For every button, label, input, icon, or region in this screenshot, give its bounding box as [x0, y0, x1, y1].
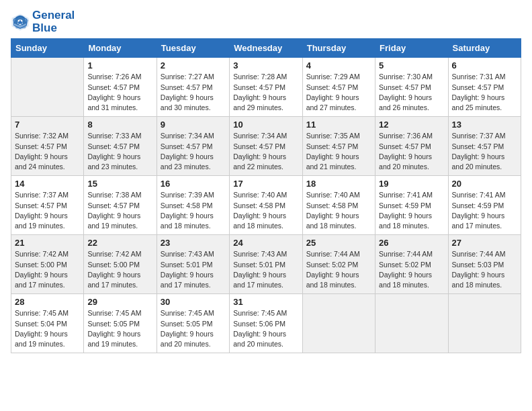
day-info: Sunrise: 7:34 AMSunset: 4:57 PMDaylight:…	[233, 131, 298, 172]
calendar-cell: 24Sunrise: 7:43 AMSunset: 5:01 PMDayligh…	[230, 235, 302, 294]
calendar-cell: 25Sunrise: 7:44 AMSunset: 5:02 PMDayligh…	[302, 235, 375, 294]
day-info: Sunrise: 7:35 AMSunset: 4:57 PMDaylight:…	[306, 131, 371, 172]
weekday-header-saturday: Saturday	[448, 39, 521, 58]
week-row-2: 14Sunrise: 7:37 AMSunset: 4:57 PMDayligh…	[11, 176, 521, 235]
weekday-header-tuesday: Tuesday	[157, 39, 229, 58]
day-number: 24	[233, 238, 298, 248]
day-info: Sunrise: 7:45 AMSunset: 5:06 PMDaylight:…	[233, 308, 298, 349]
day-number: 7	[15, 120, 80, 130]
calendar-cell: 16Sunrise: 7:39 AMSunset: 4:58 PMDayligh…	[157, 176, 229, 235]
calendar-cell: 18Sunrise: 7:40 AMSunset: 4:58 PMDayligh…	[302, 176, 375, 235]
day-number: 26	[379, 238, 444, 248]
calendar-table: SundayMondayTuesdayWednesdayThursdayFrid…	[11, 38, 521, 353]
day-number: 6	[452, 60, 517, 71]
page: General Blue SundayMondayTuesdayWednesda…	[0, 0, 532, 411]
day-info: Sunrise: 7:30 AMSunset: 4:57 PMDaylight:…	[379, 72, 444, 113]
day-info: Sunrise: 7:37 AMSunset: 4:57 PMDaylight:…	[15, 190, 80, 231]
calendar-cell: 5Sunrise: 7:30 AMSunset: 4:57 PMDaylight…	[375, 58, 448, 117]
day-number: 14	[15, 179, 80, 189]
day-number: 20	[452, 179, 517, 189]
calendar-cell: 12Sunrise: 7:36 AMSunset: 4:57 PMDayligh…	[375, 117, 448, 176]
weekday-header-thursday: Thursday	[302, 39, 375, 58]
calendar-cell: 21Sunrise: 7:42 AMSunset: 5:00 PMDayligh…	[11, 235, 84, 294]
day-info: Sunrise: 7:40 AMSunset: 4:58 PMDaylight:…	[306, 190, 371, 231]
calendar-cell: 17Sunrise: 7:40 AMSunset: 4:58 PMDayligh…	[230, 176, 302, 235]
day-number: 4	[306, 60, 371, 71]
calendar-cell: 2Sunrise: 7:27 AMSunset: 4:57 PMDaylight…	[157, 58, 229, 117]
calendar-cell: 3Sunrise: 7:28 AMSunset: 4:57 PMDaylight…	[230, 58, 302, 117]
calendar-cell: 26Sunrise: 7:44 AMSunset: 5:02 PMDayligh…	[375, 235, 448, 294]
day-info: Sunrise: 7:26 AMSunset: 4:57 PMDaylight:…	[87, 72, 152, 113]
day-number: 9	[161, 120, 226, 130]
calendar-cell: 30Sunrise: 7:45 AMSunset: 5:05 PMDayligh…	[157, 294, 229, 353]
logo-icon	[11, 13, 30, 32]
calendar-cell: 19Sunrise: 7:41 AMSunset: 4:59 PMDayligh…	[375, 176, 448, 235]
calendar-cell: 15Sunrise: 7:38 AMSunset: 4:57 PMDayligh…	[84, 176, 157, 235]
calendar-cell	[11, 58, 84, 117]
calendar-cell: 22Sunrise: 7:42 AMSunset: 5:00 PMDayligh…	[84, 235, 157, 294]
day-info: Sunrise: 7:43 AMSunset: 5:01 PMDaylight:…	[233, 249, 298, 290]
weekday-header-row: SundayMondayTuesdayWednesdayThursdayFrid…	[11, 39, 521, 58]
day-info: Sunrise: 7:45 AMSunset: 5:04 PMDaylight:…	[15, 308, 80, 349]
day-info: Sunrise: 7:28 AMSunset: 4:57 PMDaylight:…	[233, 72, 298, 113]
calendar-cell: 20Sunrise: 7:41 AMSunset: 4:59 PMDayligh…	[448, 176, 521, 235]
day-number: 5	[379, 60, 444, 71]
weekday-header-friday: Friday	[375, 39, 448, 58]
day-info: Sunrise: 7:42 AMSunset: 5:00 PMDaylight:…	[15, 249, 80, 290]
day-info: Sunrise: 7:42 AMSunset: 5:00 PMDaylight:…	[87, 249, 152, 290]
day-number: 8	[87, 120, 152, 130]
day-info: Sunrise: 7:29 AMSunset: 4:57 PMDaylight:…	[306, 72, 371, 113]
day-number: 15	[87, 179, 152, 189]
day-info: Sunrise: 7:44 AMSunset: 5:02 PMDaylight:…	[306, 249, 371, 290]
day-number: 28	[15, 297, 80, 307]
calendar-cell: 10Sunrise: 7:34 AMSunset: 4:57 PMDayligh…	[230, 117, 302, 176]
day-number: 30	[161, 297, 226, 307]
day-info: Sunrise: 7:43 AMSunset: 5:01 PMDaylight:…	[161, 249, 226, 290]
day-number: 17	[233, 179, 298, 189]
day-number: 23	[161, 238, 226, 248]
calendar-cell: 27Sunrise: 7:44 AMSunset: 5:03 PMDayligh…	[448, 235, 521, 294]
day-info: Sunrise: 7:40 AMSunset: 4:58 PMDaylight:…	[233, 190, 298, 231]
day-number: 25	[306, 238, 371, 248]
day-number: 29	[87, 297, 152, 307]
day-info: Sunrise: 7:41 AMSunset: 4:59 PMDaylight:…	[452, 190, 517, 231]
week-row-3: 21Sunrise: 7:42 AMSunset: 5:00 PMDayligh…	[11, 235, 521, 294]
day-number: 3	[233, 60, 298, 71]
day-info: Sunrise: 7:31 AMSunset: 4:57 PMDaylight:…	[452, 72, 517, 113]
calendar-cell: 8Sunrise: 7:33 AMSunset: 4:57 PMDaylight…	[84, 117, 157, 176]
calendar-cell: 6Sunrise: 7:31 AMSunset: 4:57 PMDaylight…	[448, 58, 521, 117]
day-info: Sunrise: 7:36 AMSunset: 4:57 PMDaylight:…	[379, 131, 444, 172]
calendar-cell: 29Sunrise: 7:45 AMSunset: 5:05 PMDayligh…	[84, 294, 157, 353]
logo-text: General Blue	[32, 9, 75, 34]
logo-area: General Blue	[11, 7, 75, 34]
day-number: 27	[452, 238, 517, 248]
day-number: 18	[306, 179, 371, 189]
calendar-cell	[375, 294, 448, 353]
calendar-cell: 14Sunrise: 7:37 AMSunset: 4:57 PMDayligh…	[11, 176, 84, 235]
weekday-header-monday: Monday	[84, 39, 157, 58]
day-number: 2	[161, 60, 226, 71]
day-number: 16	[161, 179, 226, 189]
day-number: 12	[379, 120, 444, 130]
weekday-header-sunday: Sunday	[11, 39, 84, 58]
day-info: Sunrise: 7:44 AMSunset: 5:02 PMDaylight:…	[379, 249, 444, 290]
day-info: Sunrise: 7:41 AMSunset: 4:59 PMDaylight:…	[379, 190, 444, 231]
day-number: 10	[233, 120, 298, 130]
header: General Blue	[11, 7, 521, 34]
day-info: Sunrise: 7:32 AMSunset: 4:57 PMDaylight:…	[15, 131, 80, 172]
calendar-cell: 23Sunrise: 7:43 AMSunset: 5:01 PMDayligh…	[157, 235, 229, 294]
day-number: 1	[87, 60, 152, 71]
weekday-header-wednesday: Wednesday	[230, 39, 302, 58]
day-number: 31	[233, 297, 298, 307]
day-info: Sunrise: 7:37 AMSunset: 4:57 PMDaylight:…	[452, 131, 517, 172]
day-info: Sunrise: 7:45 AMSunset: 5:05 PMDaylight:…	[161, 308, 226, 349]
week-row-4: 28Sunrise: 7:45 AMSunset: 5:04 PMDayligh…	[11, 294, 521, 353]
calendar-cell	[302, 294, 375, 353]
calendar-cell: 31Sunrise: 7:45 AMSunset: 5:06 PMDayligh…	[230, 294, 302, 353]
day-number: 22	[87, 238, 152, 248]
week-row-0: 1Sunrise: 7:26 AMSunset: 4:57 PMDaylight…	[11, 58, 521, 117]
calendar-cell: 9Sunrise: 7:34 AMSunset: 4:57 PMDaylight…	[157, 117, 229, 176]
day-info: Sunrise: 7:33 AMSunset: 4:57 PMDaylight:…	[87, 131, 152, 172]
calendar-cell	[448, 294, 521, 353]
day-number: 21	[15, 238, 80, 248]
